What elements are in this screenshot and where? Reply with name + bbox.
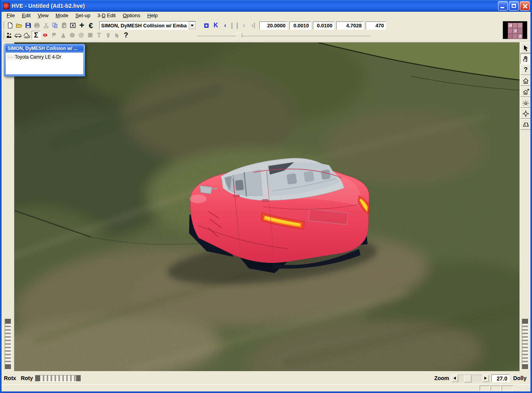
viewport-3d[interactable] bbox=[14, 42, 520, 371]
home-view-button[interactable] bbox=[520, 75, 531, 86]
status-cell-3 bbox=[502, 386, 513, 391]
flag-icon bbox=[51, 32, 57, 38]
sphere-tool-button[interactable] bbox=[68, 31, 77, 39]
menu-help[interactable]: Help bbox=[144, 12, 161, 19]
cone-tool-button[interactable] bbox=[59, 31, 68, 39]
currency-tool-button[interactable]: € bbox=[86, 21, 95, 30]
integration-step-field[interactable]: 0.0010 bbox=[289, 21, 311, 30]
sphere-icon bbox=[69, 32, 75, 38]
delete-box-icon bbox=[70, 22, 76, 29]
logo-letter-e: E bbox=[519, 34, 522, 39]
event-mode-button[interactable]: Σ bbox=[32, 31, 41, 39]
set-home-button[interactable] bbox=[520, 86, 531, 97]
save-button[interactable] bbox=[23, 21, 32, 30]
paste-button[interactable] bbox=[59, 21, 68, 30]
print-button[interactable] bbox=[32, 21, 41, 30]
pause-icon: ❙❙ bbox=[229, 22, 240, 29]
viewer-help-button[interactable]: ? bbox=[520, 64, 531, 75]
seek-button[interactable] bbox=[520, 108, 531, 119]
menu-file[interactable]: File bbox=[3, 12, 18, 19]
menu-view[interactable]: View bbox=[34, 12, 52, 19]
timeline-thumb[interactable] bbox=[236, 33, 242, 40]
minimize-button[interactable] bbox=[498, 1, 508, 11]
paste-icon bbox=[61, 22, 67, 29]
environment-mode-button[interactable] bbox=[23, 31, 32, 39]
new-file-button[interactable] bbox=[5, 21, 14, 30]
zoom-slider[interactable] bbox=[458, 375, 482, 382]
menu-3d-edit[interactable]: 3-D Edit bbox=[94, 12, 119, 19]
flag-tool-button[interactable] bbox=[50, 31, 59, 39]
menu-mode[interactable]: Mode bbox=[52, 12, 72, 19]
viewer-bottom-bar: Rotx Roty Zoom 27.0 Dolly bbox=[2, 372, 530, 384]
cut-scissors-icon bbox=[43, 22, 49, 29]
toolbar-grip[interactable] bbox=[3, 21, 4, 30]
skip-to-start-button[interactable]: K bbox=[212, 21, 220, 29]
zoom-slider-thumb[interactable] bbox=[464, 375, 471, 382]
dolly-thumbwheel[interactable] bbox=[522, 319, 528, 370]
step-back-button[interactable]: ‹ bbox=[221, 21, 229, 29]
new-file-icon bbox=[7, 22, 13, 29]
copy-button[interactable] bbox=[50, 21, 59, 30]
zoom-label: Zoom bbox=[432, 375, 452, 381]
stop-button[interactable] bbox=[202, 21, 211, 29]
view-mode-button[interactable] bbox=[520, 54, 531, 64]
delete-button[interactable] bbox=[68, 21, 77, 30]
perspective-box-icon bbox=[522, 121, 529, 128]
current-time-field[interactable]: 4.7028 bbox=[336, 21, 364, 30]
zoom-in-button[interactable] bbox=[482, 375, 489, 382]
vehicle-mode-icon bbox=[14, 32, 22, 38]
frame-number-field[interactable]: 470 bbox=[366, 21, 386, 30]
tree-item-vehicle[interactable]: Toyota Camry LE 4-Dr bbox=[7, 54, 62, 60]
human-mode-button[interactable] bbox=[5, 31, 14, 39]
resize-grip[interactable] bbox=[525, 386, 530, 391]
menu-setup[interactable]: Set-up bbox=[72, 12, 94, 19]
rings-tool-button[interactable] bbox=[77, 31, 86, 39]
set-home-icon bbox=[522, 88, 529, 95]
help-icon: ? bbox=[124, 32, 128, 39]
pause-button[interactable]: ❙❙ bbox=[230, 21, 239, 29]
open-file-button[interactable] bbox=[14, 21, 23, 30]
event-tree-titlebar[interactable]: SIMON, DyMESH Collision w/ ... bbox=[5, 44, 84, 52]
rotx-thumbwheel[interactable] bbox=[5, 319, 11, 370]
logo-letter-h: H bbox=[509, 23, 512, 28]
help-button[interactable]: ? bbox=[121, 31, 130, 39]
menu-options[interactable]: Options bbox=[119, 12, 144, 19]
window-title: HVE - Untitled (Ad1-b2.hve) bbox=[12, 3, 85, 9]
cut-button[interactable] bbox=[41, 21, 50, 30]
pointer-arrow-icon bbox=[522, 45, 529, 52]
zoom-out-button[interactable] bbox=[452, 375, 458, 382]
end-time-field[interactable]: 20.0000 bbox=[259, 21, 287, 30]
view-all-button[interactable] bbox=[520, 97, 531, 108]
playback-mode-button[interactable] bbox=[41, 31, 50, 39]
title-bar[interactable]: HVE - Untitled (Ad1-b2.hve) bbox=[0, 0, 532, 12]
plus-icon: + bbox=[79, 21, 84, 30]
grid-tool-button[interactable] bbox=[86, 31, 95, 39]
print-icon bbox=[34, 22, 40, 29]
event-dropdown-button[interactable] bbox=[189, 21, 196, 29]
menu-edit[interactable]: Edit bbox=[18, 12, 34, 19]
timeline-slider[interactable] bbox=[197, 32, 370, 40]
output-interval-field[interactable]: 0.0100 bbox=[313, 21, 334, 30]
small-cursor-icon bbox=[114, 32, 120, 38]
environment-mode-icon bbox=[23, 32, 31, 39]
vehicle-mode-button[interactable] bbox=[14, 31, 23, 39]
pick-tool-button[interactable] bbox=[112, 31, 121, 39]
pick-mode-button[interactable] bbox=[520, 43, 531, 53]
skip-to-end-button[interactable]: ›| bbox=[249, 21, 257, 29]
maximize-button[interactable] bbox=[509, 1, 519, 11]
event-dropdown[interactable]: SIMON, DyMESH Collision w/ Emba bbox=[99, 21, 196, 30]
zoom-value-field[interactable]: 27.0 bbox=[491, 374, 509, 382]
camera-type-button[interactable] bbox=[520, 119, 531, 130]
grid-icon bbox=[87, 32, 93, 38]
light-tool-button[interactable] bbox=[104, 31, 112, 39]
toolbar-grip-2[interactable] bbox=[3, 31, 4, 39]
text-tool-button[interactable]: T bbox=[95, 31, 104, 39]
status-cell-1 bbox=[480, 386, 490, 391]
terrain-scene bbox=[14, 43, 520, 371]
close-button[interactable] bbox=[520, 1, 530, 11]
timeline-track[interactable] bbox=[197, 36, 370, 37]
play-button[interactable]: › bbox=[240, 21, 248, 29]
roty-thumbwheel[interactable] bbox=[35, 375, 81, 382]
playback-controls: K ‹ ❙❙ › ›| bbox=[202, 21, 257, 29]
add-object-button[interactable]: + bbox=[77, 21, 86, 30]
